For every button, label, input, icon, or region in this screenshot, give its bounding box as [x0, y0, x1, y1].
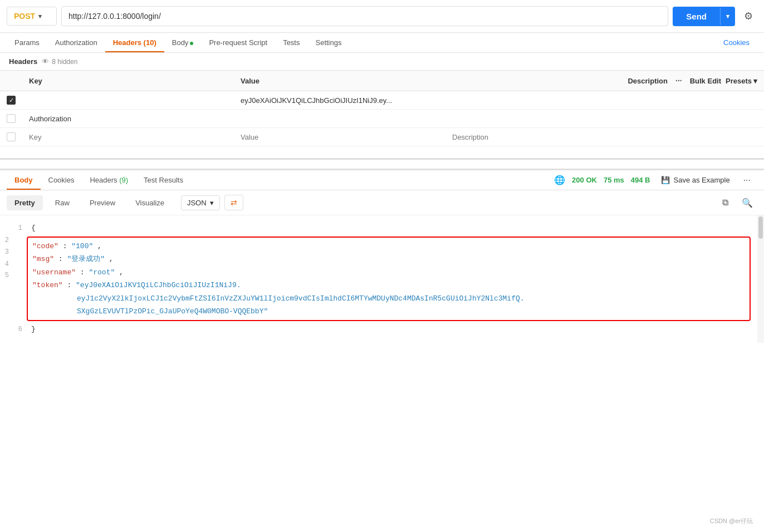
json-line-6: 6 } [0, 323, 764, 336]
response-tab-cookies[interactable]: Cookies [41, 170, 82, 190]
row1-value: eyJ0eXAiOiJKV1QiLCJhbGciOiJIUzI1NiJ9.ey.… [241, 96, 392, 105]
response-tab-headers[interactable]: Headers (9) [82, 170, 136, 190]
hidden-badge[interactable]: 👁 8 hidden [42, 57, 77, 66]
more-options-icon[interactable]: ··· [741, 173, 753, 188]
response-tabs-row: Body Cookies Headers (9) Test Results 🌐 … [0, 170, 764, 190]
response-time: 75 ms [604, 176, 624, 184]
row1-key-cell [22, 91, 234, 110]
row1-desc-cell [445, 91, 764, 110]
col-value-header: Value [234, 71, 445, 91]
headers-badge: (10) [144, 38, 156, 47]
send-chevron-icon[interactable]: ▾ [720, 8, 735, 25]
tab-settings[interactable]: Settings [307, 33, 349, 52]
row1-check-cell: ✓ [0, 91, 22, 110]
right-scrollbar[interactable] [757, 215, 764, 343]
body-dot-icon [190, 42, 193, 45]
row3-desc-cell [445, 128, 764, 146]
tab-prerequest[interactable]: Pre-request Script [201, 33, 275, 52]
line-content-1: { [31, 222, 760, 234]
tab-authorization[interactable]: Authorization [47, 33, 105, 52]
headers-table-wrapper: Key Value Description ··· Bulk Edit Pres… [0, 71, 764, 146]
scrollbar-thumb [758, 216, 763, 239]
row3-check-cell [0, 128, 22, 146]
response-area: Body Cookies Headers (9) Test Results 🌐 … [0, 169, 764, 343]
tab-headers[interactable]: Headers (10) [105, 33, 164, 52]
copy-icon[interactable]: ⧉ [718, 195, 733, 210]
ellipsis-icon[interactable]: ··· [672, 75, 685, 86]
wrap-button[interactable]: ⇄ [224, 195, 243, 210]
format-tab-visualize[interactable]: Visualize [128, 195, 172, 210]
row3-value-cell [234, 128, 445, 146]
bulk-edit-button[interactable]: Bulk Edit [690, 77, 721, 85]
row3-key-input[interactable] [29, 133, 227, 141]
line-number-5: 5 [5, 270, 9, 281]
json-value-token-line2: eyJ1c2VyX2lkIjoxLCJ1c2VybmFtZSI6InVzZXJu… [77, 294, 525, 303]
row1-key-input[interactable] [29, 96, 227, 105]
table-row [0, 128, 764, 146]
settings-icon[interactable]: ⚙ [739, 6, 757, 27]
method-selector[interactable]: POST ▾ [7, 7, 57, 26]
format-select[interactable]: JSON ▾ [181, 195, 220, 210]
line-number-3: 3 [5, 246, 9, 258]
json-key-token: "token" [32, 281, 63, 289]
tab-params[interactable]: Params [7, 33, 47, 52]
headers-label: Headers [9, 57, 37, 66]
presets-chevron-icon: ▾ [753, 77, 757, 85]
json-highlighted-box: "code" : "100" , "msg" : "登录成功" , "usern… [27, 237, 751, 321]
json-highlighted-section: 2 3 4 5 "code" : "100" , "msg" : [0, 234, 764, 323]
response-tab-test-results[interactable]: Test Results [136, 170, 191, 190]
method-chevron-icon: ▾ [38, 13, 42, 20]
format-tab-raw[interactable]: Raw [47, 195, 77, 210]
col-check-header [0, 71, 22, 91]
response-meta: 🌐 200 OK 75 ms 494 B 💾 Save as Example ·… [554, 173, 757, 188]
format-toolbar: Pretty Raw Preview Visualize JSON ▾ ⇄ ⧉ … [0, 190, 764, 215]
row2-key-cell: Authorization [22, 110, 234, 128]
save-icon: 💾 [661, 176, 670, 184]
save-example-label: Save as Example [673, 176, 729, 184]
eye-icon: 👁 [42, 57, 49, 66]
row3-desc-input[interactable] [452, 133, 757, 141]
tab-body[interactable]: Body [164, 33, 202, 52]
row3-value-input[interactable] [241, 133, 439, 141]
json-value-token-line3: SXgGzLEVUVTlPzOPic_GJaUPoYeQ4W0MOBO-VQQE… [77, 307, 268, 316]
json-key-username: "username" [32, 268, 76, 277]
request-tabs: Params Authorization Headers (10) Body P… [0, 33, 764, 53]
json-value-msg: "登录成功" [67, 255, 105, 263]
format-select-value: JSON [187, 199, 207, 207]
col-desc-label: Description [628, 77, 668, 85]
presets-button[interactable]: Presets ▾ [726, 77, 757, 85]
format-tab-pretty[interactable]: Pretty [7, 195, 43, 210]
row3-key-cell [22, 128, 234, 146]
row1-value-cell: eyJ0eXAiOiJKV1QiLCJhbGciOiJIUzI1NiJ9.ey.… [234, 91, 445, 110]
format-tab-preview[interactable]: Preview [82, 195, 123, 210]
json-value-username: "root" [89, 268, 115, 277]
wrap-icon: ⇄ [231, 198, 237, 207]
send-button[interactable]: Send ▾ [673, 7, 735, 26]
col-key-header: Key [22, 71, 234, 91]
line-number-4: 4 [5, 258, 9, 270]
search-icon[interactable]: 🔍 [737, 195, 757, 210]
globe-icon[interactable]: 🌐 [554, 175, 565, 185]
line-number-1: 1 [4, 222, 22, 234]
json-line-5c-content: SXgGzLEVUVTlPzOPic_GJaUPoYeQ4W0MOBO-VQQE… [32, 305, 745, 318]
json-line-3-content: "msg" : "登录成功" , [32, 253, 745, 265]
headers-table: Key Value Description ··· Bulk Edit Pres… [0, 71, 764, 146]
json-line-5-content: "token" : "eyJ0eXAiOiJKV1QiLCJhbGciOiJIU… [32, 279, 745, 292]
url-input[interactable] [61, 6, 668, 26]
json-value-code: "100" [71, 242, 93, 250]
response-headers-badge: (9) [119, 176, 128, 184]
row3-checkbox[interactable] [7, 132, 16, 141]
response-tab-body[interactable]: Body [7, 170, 41, 190]
response-status: 200 OK [572, 176, 597, 184]
send-main-button[interactable]: Send [673, 7, 720, 26]
tab-cookies[interactable]: Cookies [716, 33, 757, 52]
json-line-1: 1 { [0, 222, 764, 234]
section-divider [0, 146, 764, 160]
line-number-6: 6 [4, 323, 22, 335]
json-value-token-line1: "eyJ0eXAiOiJKV1QiLCJhbGciOiJIUzI1NiJ9. [76, 281, 241, 289]
row2-checkbox[interactable] [7, 114, 16, 123]
row1-checkbox[interactable]: ✓ [7, 96, 16, 105]
tab-tests[interactable]: Tests [275, 33, 307, 52]
save-example-button[interactable]: 💾 Save as Example [657, 174, 734, 186]
row1-desc-input[interactable] [452, 96, 757, 105]
